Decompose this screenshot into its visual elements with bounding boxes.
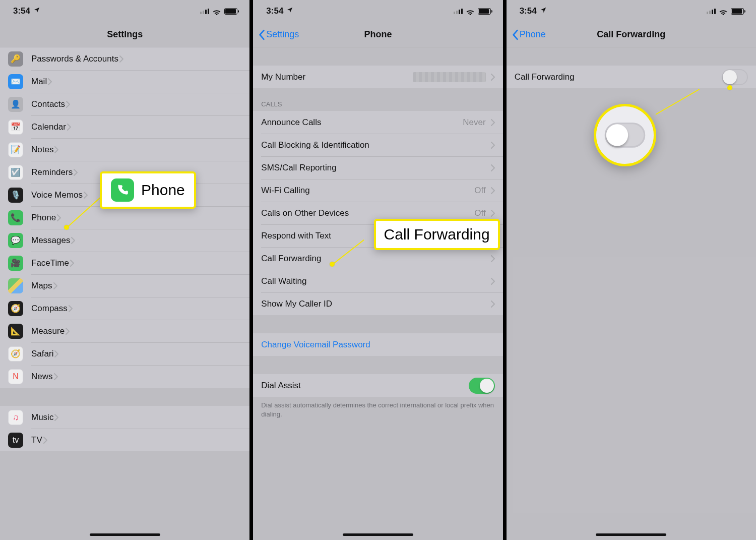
row-label: Messages <box>31 235 70 246</box>
wifi-icon <box>466 8 475 15</box>
phone-icon <box>111 178 134 202</box>
safari-icon: 🧭 <box>8 346 23 362</box>
voicemail-group: Change Voicemail Password <box>253 333 502 356</box>
settings-row-phone[interactable]: 📞Phone <box>0 206 249 229</box>
settings-row-maps[interactable]: Maps <box>0 274 249 297</box>
row-label: Show My Caller ID <box>261 299 332 309</box>
messages-icon: 💬 <box>8 233 23 248</box>
location-arrow-icon <box>33 6 40 16</box>
back-button[interactable]: Settings <box>258 29 299 40</box>
page-title: Phone <box>364 29 392 40</box>
row-my-number[interactable]: My Number <box>253 66 502 88</box>
settings-row-music[interactable]: ♫Music <box>0 406 249 429</box>
chevron-right-icon <box>491 301 495 308</box>
settings-row-passwords-accounts[interactable]: 🔑Passwords & Accounts <box>0 47 249 70</box>
home-indicator[interactable] <box>596 533 666 536</box>
callout-target-dot <box>727 85 732 90</box>
row-sms-call-reporting[interactable]: SMS/Call Reporting <box>253 156 502 179</box>
chevron-right-icon <box>71 237 75 244</box>
location-arrow-icon <box>540 6 547 16</box>
wifi-icon <box>212 8 221 15</box>
settings-row-facetime[interactable]: 🎥FaceTime <box>0 252 249 274</box>
settings-row-calendar[interactable]: 📅Calendar <box>0 115 249 138</box>
row-label: TV <box>31 435 42 445</box>
callout-call-forwarding: Call Forwarding <box>374 219 500 250</box>
call-forwarding-screen: 3:54 Phone Call Forwarding Call Forwardi… <box>507 0 756 540</box>
callout-phone-label: Phone <box>141 182 185 199</box>
group-header-calls: CALLS <box>253 88 502 111</box>
tv-icon: tv <box>8 433 23 448</box>
row-label: Change Voicemail Password <box>261 340 370 350</box>
row-label: Notes <box>31 145 53 155</box>
chevron-right-icon <box>491 164 495 171</box>
dial-assist-footer: Dial assist automatically determines the… <box>253 397 502 426</box>
chevron-right-icon <box>69 305 73 312</box>
call-forwarding-group: Call Forwarding <box>507 66 756 88</box>
settings-row-messages[interactable]: 💬Messages <box>0 229 249 252</box>
callout-call-forwarding-label: Call Forwarding <box>384 226 490 243</box>
row-label: Calendar <box>31 122 66 132</box>
chevron-right-icon <box>491 278 495 285</box>
row-call-forwarding[interactable]: Call Forwarding <box>253 247 502 270</box>
call-forwarding-toggle-magnified <box>604 123 645 148</box>
chevron-right-icon <box>48 78 52 85</box>
chevron-right-icon <box>66 328 70 335</box>
cellular-signal-icon <box>707 9 716 14</box>
row-call-waiting[interactable]: Call Waiting <box>253 270 502 292</box>
row-label: Compass <box>31 304 68 314</box>
callout-phone: Phone <box>100 171 196 209</box>
row-label: Voice Memos <box>31 190 83 200</box>
callout-leader-line <box>655 89 700 115</box>
row-label: Music <box>31 412 53 423</box>
row-label: Maps <box>31 281 52 291</box>
back-label: Settings <box>266 29 299 40</box>
settings-row-mail[interactable]: ✉️Mail <box>0 70 249 93</box>
nav-bar: Settings <box>0 22 249 47</box>
row-change-voicemail-password[interactable]: Change Voicemail Password <box>253 333 502 356</box>
call-forwarding-toggle[interactable] <box>722 69 748 85</box>
status-time: 3:54 <box>266 6 283 16</box>
chevron-right-icon <box>491 187 495 194</box>
settings-list-group-2: ♫MusictvTV <box>0 406 249 451</box>
status-time: 3:54 <box>520 6 537 16</box>
settings-row-safari[interactable]: 🧭Safari <box>0 342 249 365</box>
row-label: FaceTime <box>31 258 69 268</box>
row-label: Call Blocking & Identification <box>261 140 369 150</box>
settings-row-news[interactable]: NNews <box>0 365 249 388</box>
row-label: Safari <box>31 349 53 359</box>
group-separator <box>253 47 502 66</box>
row-label: SMS/Call Reporting <box>261 163 336 173</box>
settings-row-measure[interactable]: 📐Measure <box>0 320 249 342</box>
row-announce-calls[interactable]: Announce CallsNever <box>253 111 502 134</box>
row-wi-fi-calling[interactable]: Wi-Fi CallingOff <box>253 179 502 202</box>
row-call-blocking-identification[interactable]: Call Blocking & Identification <box>253 134 502 156</box>
back-button[interactable]: Phone <box>512 29 546 40</box>
row-call-forwarding: Call Forwarding <box>507 66 756 88</box>
chevron-right-icon <box>491 119 495 126</box>
chevron-right-icon <box>491 74 495 81</box>
settings-row-contacts[interactable]: 👤Contacts <box>0 93 249 115</box>
chevron-left-icon <box>512 29 519 40</box>
page-title: Settings <box>107 29 143 40</box>
pane-divider <box>249 0 253 540</box>
settings-row-notes[interactable]: 📝Notes <box>0 138 249 161</box>
home-indicator[interactable] <box>90 533 160 536</box>
settings-row-tv[interactable]: tvTV <box>0 429 249 451</box>
location-arrow-icon <box>286 6 293 16</box>
compass-icon: 🧭 <box>8 301 23 316</box>
settings-row-compass[interactable]: 🧭Compass <box>0 297 249 320</box>
dial-assist-toggle[interactable] <box>469 378 495 394</box>
home-indicator[interactable] <box>343 533 413 536</box>
row-value: Off <box>474 208 489 218</box>
chevron-right-icon <box>54 350 58 357</box>
chevron-right-icon <box>70 260 74 267</box>
row-label: Dial Assist <box>261 381 300 391</box>
row-label: News <box>31 372 53 382</box>
reminders-icon: ☑️ <box>8 165 23 180</box>
row-label: Passwords & Accounts <box>31 54 118 64</box>
contacts-icon: 👤 <box>8 97 23 112</box>
row-show-my-caller-id[interactable]: Show My Caller ID <box>253 292 502 315</box>
music-icon: ♫ <box>8 410 23 425</box>
row-label: Mail <box>31 77 47 87</box>
chevron-right-icon <box>53 282 57 289</box>
